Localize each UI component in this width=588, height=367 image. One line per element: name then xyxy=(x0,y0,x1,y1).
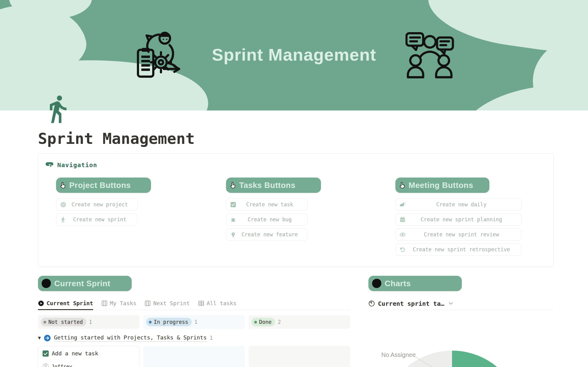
assignee-name: Joffrey xyxy=(51,364,72,367)
button-label: Create new sprint retrospective xyxy=(405,246,517,253)
arrow-circle-icon xyxy=(44,335,51,342)
status-pill-done[interactable]: Done xyxy=(251,318,275,326)
undo-icon xyxy=(400,247,405,253)
button-label: Create new sprint xyxy=(66,216,133,223)
donut-segment-green xyxy=(452,359,514,367)
runner-icon xyxy=(60,217,66,223)
status-pill-in-progress[interactable]: In progress xyxy=(146,318,192,326)
meeting-buttons-title: Meeting Buttons xyxy=(409,181,473,190)
sprint-group-count: 1 xyxy=(210,335,213,341)
board-cards-row: Add a new task Joffrey xyxy=(38,346,350,367)
tab-next-sprint[interactable]: Next Sprint xyxy=(145,300,190,310)
task-card[interactable]: Add a new task Joffrey xyxy=(38,346,139,367)
create-new-sprint-planning-button[interactable]: Create new sprint planning xyxy=(395,213,522,226)
collapse-toggle-icon[interactable]: ▼ xyxy=(38,336,41,340)
hand-pointer-icon xyxy=(229,181,237,189)
button-label: Create new sprint review xyxy=(405,231,517,238)
view-tabs: Current Sprint My Tasks Next Sprint xyxy=(38,297,350,310)
task-title: Add a new task xyxy=(52,350,98,357)
status-label: In progress xyxy=(154,319,188,325)
table-icon xyxy=(198,300,204,306)
checked-checkbox-icon[interactable] xyxy=(43,350,49,357)
button-label: Create new task xyxy=(236,201,303,208)
column-count: 1 xyxy=(89,319,92,325)
create-new-sprint-button[interactable]: Create new sprint xyxy=(56,213,138,226)
charts-title: Charts xyxy=(385,279,411,288)
create-new-sprint-retrospective-button[interactable]: Create new sprint retrospective xyxy=(395,243,522,256)
sprint-group-title[interactable]: Getting started with Projects, Tasks & S… xyxy=(54,334,207,342)
assignee-donut-chart: No Assignee xyxy=(368,310,554,367)
column-header-not-started: Not started 1 xyxy=(38,315,139,329)
runner-page-icon[interactable] xyxy=(45,95,72,123)
status-label: Done xyxy=(259,319,272,325)
tab-my-tasks[interactable]: My Tasks xyxy=(101,300,137,310)
button-label: Create new daily xyxy=(405,201,517,208)
chevron-down-icon xyxy=(449,302,453,305)
hand-pointer-icon xyxy=(59,181,67,189)
tab-label: Next Sprint xyxy=(153,300,190,306)
project-buttons-header[interactable]: Project Buttons xyxy=(56,178,151,193)
tab-all-tasks[interactable]: All tasks xyxy=(198,300,237,310)
status-pill-not-started[interactable]: Not started xyxy=(41,318,86,326)
create-new-bug-button[interactable]: Create new bug xyxy=(226,213,307,226)
create-new-sprint-review-button[interactable]: Create new sprint review xyxy=(395,228,522,241)
sun-cloud-icon xyxy=(400,202,405,208)
current-sprint-header[interactable]: Current Sprint xyxy=(38,276,132,291)
navigation-heading-label: Navigation xyxy=(57,161,97,169)
play-circle-icon xyxy=(38,300,44,306)
button-label: Create new feature xyxy=(236,231,303,238)
sprint-group-row: ▼ Getting started with Projects, Tasks &… xyxy=(38,334,350,342)
tab-current-sprint[interactable]: Current Sprint xyxy=(38,300,93,310)
tab-label: All tasks xyxy=(207,300,237,306)
black-circle-icon xyxy=(372,279,381,288)
navigation-card: Navigation Project Buttons xyxy=(38,153,554,267)
charts-header[interactable]: Charts xyxy=(368,276,462,291)
create-new-task-button[interactable]: Create new task xyxy=(226,198,307,211)
status-label: Not started xyxy=(48,319,83,325)
pie-chart-icon xyxy=(368,300,375,307)
project-buttons-column: Project Buttons Create new project xyxy=(56,178,151,256)
meeting-people-icon xyxy=(405,30,458,81)
current-sprint-title: Current Sprint xyxy=(54,279,110,288)
chart-view-selector[interactable]: Current sprint ta… xyxy=(368,297,554,310)
create-new-feature-button[interactable]: Create new feature xyxy=(226,228,307,241)
column-count: 1 xyxy=(194,319,198,325)
create-new-project-button[interactable]: Create new project xyxy=(56,198,138,211)
current-sprint-section: Current Sprint Current Sprint My Tasks xyxy=(38,276,350,367)
charts-section: Charts Current sprint ta… xyxy=(368,276,554,367)
sprint-cycle-icon xyxy=(134,28,187,83)
create-new-daily-button[interactable]: Create new daily xyxy=(395,198,522,211)
tasks-buttons-header[interactable]: Tasks Buttons xyxy=(226,178,321,193)
eye-icon xyxy=(400,232,405,238)
column-header-in-progress: In progress 1 xyxy=(143,315,245,329)
hand-pointer-icon xyxy=(398,181,406,189)
button-label: Create new bug xyxy=(236,216,303,223)
column-count: 2 xyxy=(278,319,281,325)
in-progress-column-area[interactable] xyxy=(143,346,245,367)
board-icon xyxy=(145,300,151,306)
person-avatar-icon xyxy=(43,363,49,367)
button-label: Create new project xyxy=(66,201,133,208)
chart-segment-label: No Assignee xyxy=(381,351,416,358)
board-icon xyxy=(101,300,107,306)
tasks-buttons-title: Tasks Buttons xyxy=(239,181,296,190)
cursor-click-icon xyxy=(45,161,54,169)
checkbox-icon xyxy=(230,202,236,208)
tab-label: Current Sprint xyxy=(47,300,93,306)
bulb-icon xyxy=(230,232,236,238)
cover-banner: Sprint Management xyxy=(0,0,588,110)
done-column-area[interactable] xyxy=(249,346,350,367)
page-title: Sprint Management xyxy=(38,130,554,147)
status-dot xyxy=(149,321,152,324)
status-dot xyxy=(254,321,257,324)
status-dot xyxy=(43,321,46,324)
target-icon xyxy=(60,202,66,208)
meeting-buttons-header[interactable]: Meeting Buttons xyxy=(395,178,489,193)
navigation-groups: Project Buttons Create new project xyxy=(38,178,553,256)
tasks-buttons-column: Tasks Buttons Create new task xyxy=(226,178,321,256)
black-circle-icon xyxy=(42,279,51,288)
column-header-done: Done 2 xyxy=(249,315,350,329)
banner-title: Sprint Management xyxy=(212,45,376,65)
chart-view-label: Current sprint ta… xyxy=(378,300,444,307)
navigation-heading: Navigation xyxy=(45,161,553,169)
